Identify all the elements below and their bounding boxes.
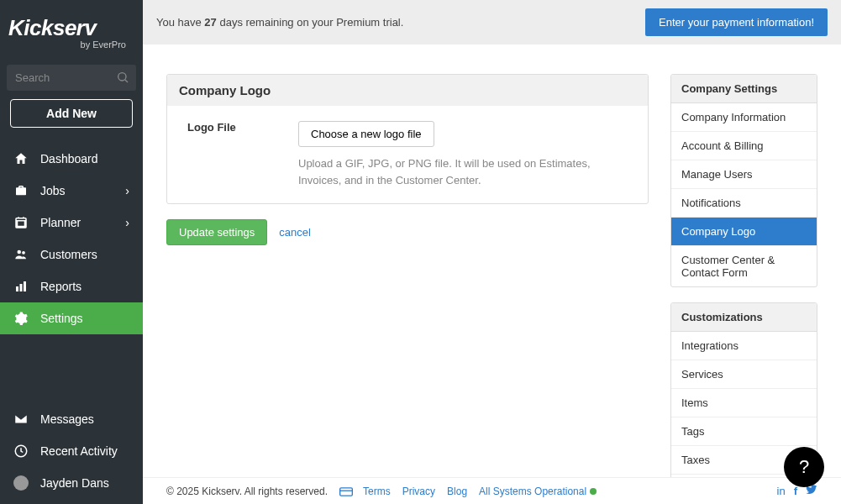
avatar (13, 475, 29, 491)
update-settings-button[interactable]: Update settings (166, 219, 267, 245)
search-container (7, 65, 136, 91)
logo-file-label: Logo File (179, 121, 288, 188)
add-new-button[interactable]: Add New (10, 99, 133, 128)
svg-rect-4 (16, 286, 18, 291)
status-dot-icon (590, 488, 597, 495)
nav-recent-activity[interactable]: Recent Activity (0, 435, 143, 467)
choose-logo-file-button[interactable]: Choose a new logo file (298, 121, 434, 147)
footer: © 2025 Kickserv. All rights reserved. Te… (143, 477, 841, 504)
mail-icon (13, 412, 29, 427)
svg-point-3 (22, 251, 25, 255)
footer-blog-link[interactable]: Blog (447, 486, 467, 497)
nav-settings[interactable]: Settings (0, 302, 143, 334)
nav-label: Reports (40, 280, 81, 293)
nav-user-profile[interactable]: Jayden Dans (0, 467, 143, 499)
subnav-services[interactable]: Services (671, 360, 817, 389)
linkedin-icon[interactable]: in (777, 485, 786, 497)
svg-point-0 (118, 73, 126, 81)
nav-label: Jobs (40, 184, 66, 197)
sidebar: Kickserv by EverPro Add New Dashboard Jo… (0, 0, 143, 504)
gear-icon (13, 311, 29, 326)
company-settings-nav: Company Settings Company Information Acc… (670, 74, 817, 287)
nav-label: Planner (40, 216, 81, 229)
svg-point-2 (18, 250, 22, 255)
chevron-right-icon: › (125, 216, 129, 229)
svg-rect-5 (20, 284, 23, 291)
logo-main: Kickserv (8, 15, 134, 41)
cancel-link[interactable]: cancel (279, 226, 311, 239)
main-content: You have 27 days remaining on your Premi… (143, 0, 841, 504)
nav-label: Customers (40, 248, 97, 261)
subnav-notifications[interactable]: Notifications (671, 189, 817, 218)
subnav-customer-center[interactable]: Customer Center & Contact Form (671, 246, 817, 286)
clock-icon (13, 444, 29, 459)
nav-reports[interactable]: Reports (0, 270, 143, 302)
nav-label: Jayden Dans (40, 476, 109, 490)
nav-dashboard[interactable]: Dashboard (0, 143, 143, 175)
footer-status-link[interactable]: All Systems Operational (479, 486, 597, 497)
nav-jobs[interactable]: Jobs › (0, 175, 143, 207)
subnav-company-logo[interactable]: Company Logo (671, 218, 817, 246)
trial-days: 27 (204, 16, 216, 29)
svg-rect-8 (340, 487, 353, 495)
company-logo-card: Company Logo Logo File Choose a new logo… (166, 74, 649, 204)
help-button[interactable]: ? (784, 447, 824, 487)
footer-privacy-link[interactable]: Privacy (402, 486, 435, 497)
trial-prefix: You have (156, 16, 204, 29)
nav-label: Recent Activity (40, 444, 118, 458)
chevron-right-icon: › (125, 184, 129, 197)
trial-text: You have 27 days remaining on your Premi… (156, 16, 403, 29)
subnav-account-billing[interactable]: Account & Billing (671, 132, 817, 160)
briefcase-icon (13, 183, 29, 198)
subnav-integrations[interactable]: Integrations (671, 332, 817, 360)
chart-icon (13, 279, 29, 294)
nav-label: Messages (40, 412, 94, 426)
subnav-header: Customizations (671, 303, 817, 332)
nav-messages[interactable]: Messages (0, 403, 143, 435)
facebook-icon[interactable]: f (794, 485, 797, 497)
primary-nav: Dashboard Jobs › Planner › Customers Rep… (0, 143, 143, 334)
card-icon (339, 487, 351, 496)
copyright: © 2025 Kickserv. All rights reserved. (166, 486, 328, 497)
calendar-icon (13, 215, 29, 230)
home-icon (13, 151, 29, 166)
subnav-items[interactable]: Items (671, 389, 817, 417)
svg-line-1 (125, 80, 128, 82)
enter-payment-button[interactable]: Enter your payment information! (645, 8, 828, 36)
subnav-header: Company Settings (671, 75, 817, 103)
card-title: Company Logo (167, 75, 648, 106)
trial-suffix: days remaining on your Premium trial. (217, 16, 404, 29)
subnav-manage-users[interactable]: Manage Users (671, 160, 817, 189)
subnav-tags[interactable]: Tags (671, 417, 817, 446)
trial-banner: You have 27 days remaining on your Premi… (143, 0, 841, 45)
status-text: All Systems Operational (479, 486, 586, 497)
brand-logo: Kickserv by EverPro (0, 0, 143, 56)
users-icon (13, 247, 29, 262)
footer-terms-link[interactable]: Terms (363, 486, 391, 497)
nav-customers[interactable]: Customers (0, 239, 143, 270)
nav-planner[interactable]: Planner › (0, 207, 143, 239)
file-help-text: Upload a GIF, JPG, or PNG file. It will … (298, 155, 636, 188)
svg-rect-6 (24, 281, 26, 291)
subnav-company-information[interactable]: Company Information (671, 103, 817, 132)
search-icon (116, 71, 129, 87)
nav-label: Settings (40, 312, 83, 325)
nav-label: Dashboard (40, 152, 98, 165)
